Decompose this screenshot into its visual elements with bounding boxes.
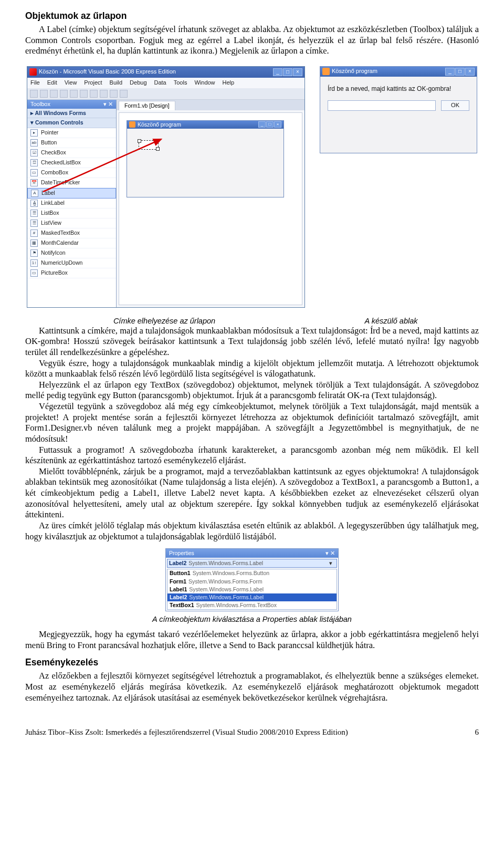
- maskedtextbox-icon: #: [30, 230, 38, 237]
- paragraph: Futtassuk a programot! A szövegdobozba í…: [25, 445, 479, 466]
- close-icon: ×: [274, 121, 281, 128]
- toolbox-item-maskedtextbox[interactable]: #MaskedTextBox: [27, 228, 116, 238]
- footer-text: Juhász Tibor–Kiss Zsolt: Ismerkedés a fe…: [25, 727, 348, 737]
- props-item-form1[interactable]: Form1System.Windows.Forms.Form: [167, 578, 337, 586]
- toolbox-item-listview[interactable]: ☰ListView: [27, 218, 116, 228]
- toolbox-panel: Toolbox ▾ ✕ ▸ All Windows Forms ▾ Common…: [27, 100, 117, 307]
- toolbox-item-combobox[interactable]: ▭ComboBox: [27, 168, 116, 178]
- toolbox-item-button[interactable]: abButton: [27, 138, 116, 148]
- ide-titlebar: Köszön - Microsoft Visual Basic 2008 Exp…: [27, 67, 304, 78]
- minimize-icon[interactable]: _: [445, 68, 455, 76]
- menu-data[interactable]: Data: [154, 79, 166, 87]
- menu-project[interactable]: Project: [84, 79, 102, 87]
- name-input[interactable]: [328, 100, 436, 111]
- toolbox-header: Toolbox ▾ ✕: [27, 100, 116, 109]
- menu-tools[interactable]: Tools: [174, 79, 187, 87]
- notifyicon-icon: ⚑: [30, 249, 38, 257]
- toolbox-group[interactable]: ▸ All Windows Forms: [27, 109, 116, 118]
- chevron-down-icon[interactable]: ▾: [327, 560, 335, 567]
- menu-edit[interactable]: Edit: [47, 79, 57, 87]
- toolbox-item-label: NotifyIcon: [41, 249, 66, 256]
- heading-objects: Objektumok az űrlapon: [25, 11, 479, 22]
- paragraph-intro: A Label (címke) objektum segítségével ír…: [25, 24, 479, 57]
- toolbox-item-datetimepicker[interactable]: 📅DateTimePicker: [27, 178, 116, 188]
- ok-button[interactable]: OK: [441, 100, 469, 111]
- toolbox-item-label: ListBox: [41, 210, 59, 216]
- ide-screenshot: Köszön - Microsoft Visual Basic 2008 Exp…: [27, 66, 305, 308]
- maximize-icon: □: [266, 121, 274, 128]
- toolbox-item-label: NumericUpDown: [41, 259, 82, 266]
- toolbox-item-label: CheckBox: [41, 149, 66, 156]
- close-icon[interactable]: ×: [293, 68, 302, 76]
- paragraph: Az üres címkét jelölő téglalap más objek…: [25, 520, 479, 542]
- toolbox-item-label: MaskedTextBox: [41, 230, 80, 236]
- menu-build[interactable]: Build: [110, 79, 122, 87]
- toolbox-item-label: ListView: [41, 220, 61, 226]
- listview-icon: ☰: [30, 220, 38, 227]
- object-selector[interactable]: Label2 System.Windows.Forms.Label ▾: [167, 559, 337, 568]
- window-title: Köszönő program: [332, 68, 377, 75]
- toolbox-item-label: Pointer: [41, 129, 58, 136]
- window-buttons: _ □ ×: [273, 68, 302, 76]
- combobox-icon: ▭: [30, 169, 38, 176]
- toolbox-item-checkedlistbox[interactable]: ☲CheckedListBox: [27, 158, 116, 168]
- running-program-screenshot: Köszönő program _ □ × Írd be a neved, ma…: [320, 66, 477, 153]
- toolbox-item-label: ComboBox: [41, 169, 68, 176]
- props-item-textbox1[interactable]: TextBox1System.Windows.Forms.TextBox: [167, 601, 337, 609]
- minimize-icon[interactable]: _: [273, 68, 282, 76]
- maximize-icon[interactable]: □: [455, 68, 465, 76]
- design-surface[interactable]: Köszönő program _ □ ×: [119, 112, 302, 305]
- menu-window[interactable]: Window: [194, 79, 215, 87]
- form-icon: [322, 68, 330, 75]
- props-item-label2[interactable]: Label2System.Windows.Forms.Label: [167, 593, 337, 601]
- close-icon[interactable]: ×: [465, 68, 475, 76]
- pin-icon[interactable]: ▾ ✕: [326, 550, 335, 557]
- toolbox-item-picturebox[interactable]: ▭PictureBox: [27, 268, 116, 278]
- ide-menubar: FileEditViewProjectBuildDebugDataToolsWi…: [27, 78, 304, 88]
- linklabel-icon: A̲: [30, 200, 38, 207]
- checkedlistbox-icon: ☲: [30, 159, 38, 166]
- button-icon: ab: [30, 139, 38, 147]
- listbox-icon: ☰: [30, 210, 38, 217]
- toolbox-item-numericupdown[interactable]: 1↕NumericUpDown: [27, 258, 116, 268]
- menu-view[interactable]: View: [65, 79, 77, 87]
- paragraph: Helyezzünk el az űrlapon egy TextBox (sz…: [25, 380, 479, 401]
- menu-debug[interactable]: Debug: [130, 79, 146, 87]
- toolbox-item-label: MonthCalendar: [41, 239, 79, 246]
- toolbox-item-pointer[interactable]: ▸Pointer: [27, 128, 116, 138]
- menu-help[interactable]: Help: [223, 79, 235, 87]
- numericupdown-icon: 1↕: [30, 259, 38, 267]
- toolbox-item-label: PictureBox: [41, 269, 68, 276]
- toolbox-item-label: Label: [41, 190, 55, 196]
- caption-3: A címkeobjektum kiválasztása a Propertie…: [25, 614, 479, 624]
- toolbox-item-label[interactable]: ALabel: [27, 188, 116, 199]
- maximize-icon[interactable]: □: [283, 68, 292, 76]
- page-number: 6: [475, 727, 479, 737]
- toolbox-item-linklabel[interactable]: A̲LinkLabel: [27, 199, 116, 208]
- properties-header: Properties ▾ ✕: [166, 549, 338, 558]
- toolbox-item-listbox[interactable]: ☰ListBox: [27, 208, 116, 218]
- object-list: Button1System.Windows.Forms.ButtonForm1S…: [167, 569, 337, 610]
- heading-events: Eseménykezelés: [25, 657, 479, 669]
- toolbox-item-monthcalendar[interactable]: ▦MonthCalendar: [27, 238, 116, 248]
- properties-screenshot: Properties ▾ ✕ Label2 System.Windows.For…: [165, 548, 339, 611]
- props-item-button1[interactable]: Button1System.Windows.Forms.Button: [167, 569, 337, 577]
- pin-icon[interactable]: ▾ ✕: [103, 101, 113, 108]
- toolbox-item-notifyicon[interactable]: ⚑NotifyIcon: [27, 248, 116, 258]
- caption-2: A készülő ablak: [303, 316, 479, 326]
- label-icon: A: [31, 190, 38, 197]
- toolbox-item-checkbox[interactable]: ☑CheckBox: [27, 148, 116, 158]
- ide-toolbar: [27, 88, 304, 100]
- paragraph: Vegyük észre, hogy a tulajdonságok munka…: [25, 358, 479, 380]
- toolbox-item-label: Button: [41, 139, 57, 146]
- page-footer: Juhász Tibor–Kiss Zsolt: Ismerkedés a fe…: [25, 727, 479, 737]
- menu-file[interactable]: File: [30, 79, 40, 87]
- paragraph: Végezetül tegyünk a szövegdoboz alá még …: [25, 401, 479, 445]
- dropped-label[interactable]: [139, 140, 159, 150]
- toolbox-group[interactable]: ▾ Common Controls: [27, 118, 116, 128]
- tab-form1[interactable]: Form1.vb [Design]: [119, 101, 175, 110]
- ide-title: Köszön - Microsoft Visual Basic 2008 Exp…: [39, 68, 176, 76]
- prompt-label: Írd be a neved, majd kattints az OK-gomb…: [328, 85, 469, 93]
- props-item-label1[interactable]: Label1System.Windows.Forms.Label: [167, 586, 337, 593]
- mock-form[interactable]: Köszönő program _ □ ×: [127, 120, 284, 197]
